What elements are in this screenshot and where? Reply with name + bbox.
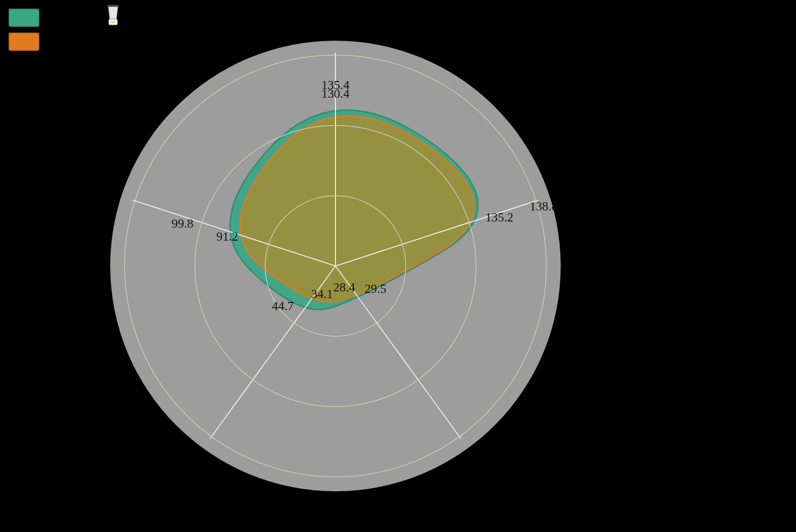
data-label: 44.7 <box>272 299 294 313</box>
data-label: 28.4 <box>333 280 355 294</box>
data-label: 34.1 <box>311 287 333 301</box>
data-label: 91.2 <box>217 230 239 243</box>
data-label: 99.8 <box>172 217 194 231</box>
data-label: 29.5 <box>365 282 387 296</box>
data-label: 138.8 <box>530 199 558 213</box>
data-label: 135.2 <box>485 210 514 224</box>
radar-chart: 135.4138.829.544.799.8130.4135.228.434.1… <box>0 0 796 532</box>
data-label: 130.4 <box>322 87 350 101</box>
